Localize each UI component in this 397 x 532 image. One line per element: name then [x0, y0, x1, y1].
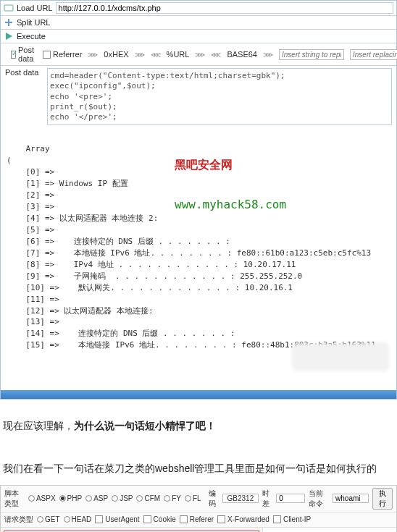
- para1b: 为什么说一句话短小精悍了吧！: [74, 420, 216, 431]
- sep-icon: ⋙: [263, 51, 273, 59]
- response-output: Array ( [0] => [1] => Windows IP 配置 [2] …: [1, 127, 396, 390]
- win-taskbar: [1, 390, 396, 399]
- req-cookie[interactable]: Cookie: [143, 515, 176, 523]
- req-type-label: 请求类型: [4, 515, 33, 525]
- req-clientip[interactable]: Client-IP: [273, 515, 311, 523]
- article-para-2: 我们在看一下一句话在菜刀之类的webshell管理工具里面是如何一句话是如何执行…: [0, 442, 397, 485]
- insert-replace-2[interactable]: [350, 49, 397, 60]
- type-fl[interactable]: FL: [185, 494, 201, 502]
- referrer-check-label: Referrer: [53, 50, 82, 59]
- script-type-row: 脚本类型 ASPX PHP ASP JSP CFM FY FL 编码 GB231…: [1, 486, 396, 512]
- article-para-1: 现在应该理解，为什么说一句话短小精悍了吧！: [0, 400, 397, 442]
- req-get[interactable]: GET: [37, 515, 60, 523]
- webshell-tool-panel: 脚本类型 ASPX PHP ASP JSP CFM FY FL 编码 GB231…: [0, 485, 397, 532]
- oxhex-btn[interactable]: 0xHEX: [104, 50, 128, 59]
- post-data-label: Post data: [5, 68, 43, 77]
- post-data-row: Post data cmd=header("Content-type:text/…: [1, 66, 396, 127]
- execute-label[interactable]: Execute: [17, 32, 46, 41]
- load-url-label[interactable]: Load URL: [17, 4, 53, 12]
- tz-label: 时差: [262, 489, 272, 509]
- type-fy[interactable]: FY: [164, 494, 181, 502]
- options-row: Post data Referrer ⋙ 0xHEX ⋙ ⋘ %URL ⋙ ⋘ …: [1, 43, 396, 66]
- type-aspx[interactable]: ASPX: [28, 494, 56, 502]
- cur-cmd-input[interactable]: [333, 494, 369, 503]
- referrer-check[interactable]: Referrer: [43, 50, 82, 59]
- hackbar-panel: Load URL Split URL Execute Post data Ref…: [0, 0, 397, 400]
- insert-replace-1[interactable]: [279, 49, 344, 60]
- sep-icon: ⋙: [135, 51, 145, 59]
- req-head[interactable]: HEAD: [64, 515, 92, 523]
- req-referer[interactable]: Referer: [180, 515, 214, 523]
- split-url-label[interactable]: Split URL: [17, 18, 50, 27]
- right-pane: 各系统通用 whoami route dir set arp -a net us…: [262, 528, 396, 532]
- left-pane: 后门地址 添加 C:\phpStudy\WWW\xdcms>whoami win…: [1, 528, 262, 532]
- type-jsp[interactable]: JSP: [112, 494, 133, 502]
- watermark-line1: 黑吧安全网: [175, 156, 286, 173]
- tool-body: 后门地址 添加 C:\phpStudy\WWW\xdcms>whoami win…: [1, 528, 396, 532]
- urlpct-btn[interactable]: %URL: [167, 50, 190, 59]
- split-url-icon: [4, 17, 14, 28]
- request-type-row: 请求类型 GET HEAD UserAgent Cookie Referer X…: [1, 512, 396, 528]
- post-data-check[interactable]: Post data: [11, 46, 37, 63]
- row-execute: Execute: [1, 30, 396, 43]
- svg-rect-0: [4, 5, 13, 11]
- watermark: 黑吧安全网 www.myhack58.com: [175, 133, 286, 236]
- para1a: 现在应该理解，: [3, 420, 74, 431]
- watermark-line2: www.myhack58.com: [175, 196, 286, 213]
- script-type-label: 脚本类型: [4, 489, 25, 509]
- cur-cmd-label: 当前命令: [309, 489, 329, 509]
- sep-icon: ⋙: [88, 51, 98, 59]
- sep-icon: ⋘: [211, 51, 221, 59]
- sep-icon: ⋙: [195, 51, 205, 59]
- type-php[interactable]: PHP: [59, 494, 83, 502]
- type-cfm[interactable]: CFM: [136, 494, 160, 502]
- run-button[interactable]: 执行: [372, 488, 393, 510]
- execute-icon: [4, 31, 14, 41]
- svg-marker-1: [6, 33, 12, 40]
- post-data-textarea[interactable]: cmd=header("Content-type:text/html;chars…: [47, 68, 392, 125]
- tz-input[interactable]: [276, 494, 305, 503]
- url-input[interactable]: [56, 2, 393, 14]
- load-url-icon: [4, 3, 14, 13]
- base64-btn[interactable]: BASE64: [227, 50, 257, 59]
- encoding-select[interactable]: GB2312: [222, 494, 259, 503]
- req-ua[interactable]: UserAgent: [95, 515, 139, 523]
- post-data-check-label: Post data: [18, 46, 37, 63]
- type-asp[interactable]: ASP: [85, 494, 108, 502]
- sep-icon: ⋘: [151, 51, 161, 59]
- row-split-url: Split URL: [1, 16, 396, 30]
- req-xff[interactable]: X-Forwarded: [217, 515, 269, 523]
- row-load-url: Load URL: [1, 1, 396, 16]
- encoding-label: 编码: [209, 489, 219, 509]
- blurred-overlay: [293, 344, 388, 370]
